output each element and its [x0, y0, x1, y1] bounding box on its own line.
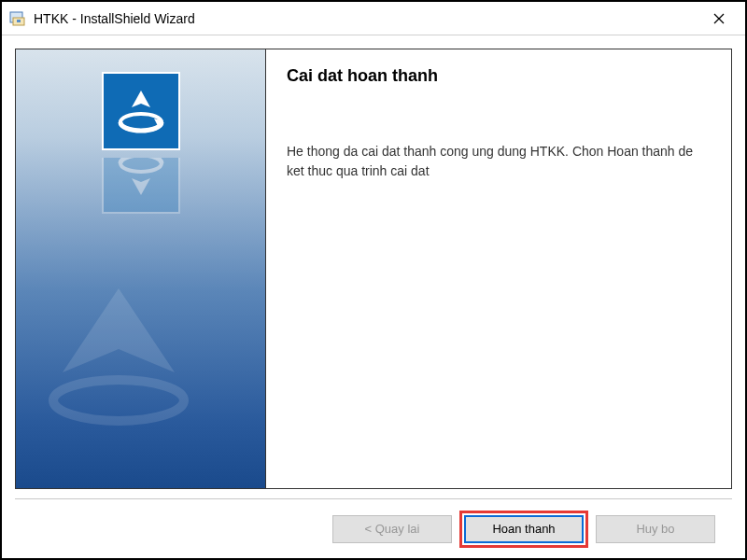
- installer-window: HTKK - InstallShield Wizard: [0, 0, 747, 560]
- svg-rect-2: [17, 20, 21, 22]
- window-title: HTKK - InstallShield Wizard: [34, 11, 700, 26]
- installshield-logo-reflection: [102, 158, 180, 214]
- finish-button-highlight: Hoan thanh: [459, 511, 588, 548]
- close-button[interactable]: [700, 6, 738, 32]
- cancel-button: Huy bo: [596, 515, 715, 543]
- main-panel: Cai dat hoan thanh He thong da cai dat t…: [265, 49, 732, 489]
- svg-marker-10: [63, 288, 175, 372]
- svg-point-11: [53, 380, 184, 421]
- svg-marker-9: [132, 178, 150, 195]
- back-button: < Quay lai: [332, 515, 452, 543]
- svg-marker-6: [132, 91, 150, 107]
- installer-icon: [9, 10, 26, 27]
- finish-button[interactable]: Hoan thanh: [464, 515, 584, 543]
- watermark-arrow-icon: [44, 279, 193, 432]
- completion-message: He thong da cai dat thanh cong ung dung …: [287, 142, 711, 181]
- titlebar: HTKK - InstallShield Wizard: [2, 2, 745, 35]
- installshield-logo: [102, 72, 180, 150]
- button-footer: < Quay lai Hoan thanh Huy bo: [15, 498, 732, 558]
- completion-heading: Cai dat hoan thanh: [287, 66, 711, 86]
- content-area: Cai dat hoan thanh He thong da cai dat t…: [2, 35, 745, 489]
- left-panel: [15, 49, 265, 489]
